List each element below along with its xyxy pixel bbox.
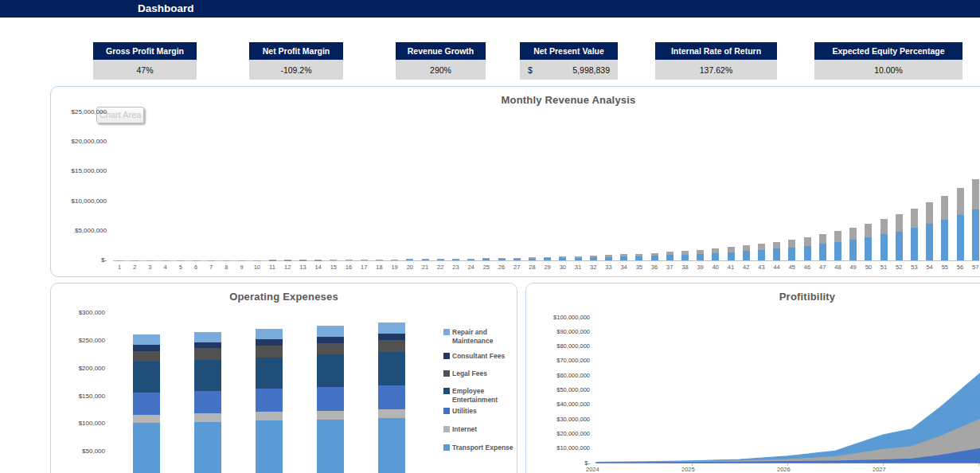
y-axis-label: $250,000 bbox=[51, 337, 105, 344]
x-axis-label: 21 bbox=[419, 264, 431, 271]
monthly-revenue-chart-panel[interactable]: Monthly Revenue Analysis Chart Area $-$5… bbox=[50, 86, 980, 277]
x-axis-label: 38 bbox=[678, 264, 691, 271]
bar-segment-revenue-stream-blue bbox=[422, 260, 429, 260]
y-axis-label: $20,000,000 bbox=[51, 138, 107, 145]
x-axis-label: 2024 bbox=[586, 466, 599, 473]
bar-segment-revenue-stream-blue bbox=[972, 209, 979, 260]
bar-segment-revenue-stream-blue bbox=[376, 260, 383, 260]
bar-segment-employee-entertainment bbox=[256, 358, 283, 389]
x-axis-label: 25 bbox=[480, 264, 493, 271]
bar-segment-revenue-stream-gray bbox=[284, 260, 291, 260]
bar-segment-revenue-stream-gray bbox=[193, 260, 200, 261]
bar-segment-internet bbox=[194, 413, 221, 422]
kpi-label: Net Profit Margin bbox=[249, 42, 343, 60]
bar-segment-utilities bbox=[194, 391, 221, 413]
bar-segment-revenue-stream-gray bbox=[361, 260, 368, 260]
kpi-label: Gross Profit Margin bbox=[93, 42, 197, 60]
bar-segment-revenue-stream-blue bbox=[482, 259, 490, 260]
bar-segment-revenue-stream-gray bbox=[896, 214, 903, 231]
legend-label: Repair and Maintenance bbox=[452, 328, 517, 346]
bar-segment-transport-expense bbox=[378, 418, 405, 473]
x-axis-label: 47 bbox=[816, 264, 829, 271]
x-axis-label: 8 bbox=[220, 264, 232, 271]
kpi-card-revenue-growth[interactable]: Revenue Growth 290% bbox=[396, 42, 486, 80]
kpi-card-net-profit-margin[interactable]: Net Profit Margin -109.2% bbox=[249, 42, 343, 80]
profitability-chart-panel[interactable]: Profitibility $-$10,000,000$20,000,000$3… bbox=[525, 283, 980, 473]
bar-segment-legal-fees bbox=[194, 348, 221, 359]
x-axis-label: 10 bbox=[251, 264, 264, 271]
bar-segment-revenue-stream-gray bbox=[651, 253, 658, 256]
bar-segment-revenue-stream-blue bbox=[590, 257, 597, 260]
x-axis-label: 5 bbox=[174, 264, 187, 271]
bar-segment-revenue-stream-blue bbox=[575, 258, 582, 260]
x-axis-label: 35 bbox=[633, 264, 646, 271]
kpi-card-expected-equity-percentage[interactable]: Expected Equity Percentage 10.00% bbox=[814, 42, 962, 80]
x-axis-label: 2025 bbox=[681, 466, 694, 473]
x-axis-label: 30 bbox=[556, 264, 569, 271]
bar-segment-revenue-stream-gray bbox=[314, 260, 322, 260]
kpi-value: 10.00% bbox=[814, 60, 962, 80]
y-axis-label: $70,000,000 bbox=[526, 357, 590, 364]
bar-segment-revenue-stream-blue bbox=[391, 260, 398, 260]
bar-segment-transport-expense bbox=[194, 422, 221, 473]
x-axis-label: 6 bbox=[189, 264, 202, 271]
x-axis-label: 9 bbox=[236, 264, 248, 271]
bar-segment-consultant-fees bbox=[378, 334, 405, 340]
legend-label: Employee Entertainment bbox=[452, 387, 517, 405]
bar-segment-revenue-stream-gray bbox=[620, 254, 627, 256]
x-axis-label: 22 bbox=[434, 264, 447, 271]
bar-segment-utilities bbox=[256, 389, 283, 412]
y-axis-label: $50,000 bbox=[51, 448, 105, 455]
bar-segment-transport-expense bbox=[133, 423, 160, 473]
x-axis-label: 39 bbox=[694, 264, 707, 271]
bar-segment-revenue-stream-gray bbox=[544, 257, 551, 259]
x-axis-label: 1 bbox=[113, 264, 126, 271]
legend-label: Consultant Fees bbox=[452, 352, 517, 361]
x-axis-label: 16 bbox=[342, 264, 355, 271]
y-axis-label: $- bbox=[526, 459, 590, 467]
bar-segment-revenue-stream-gray bbox=[376, 260, 383, 260]
x-axis-label: 15 bbox=[327, 264, 340, 271]
kpi-label: Expected Equity Percentage bbox=[814, 42, 962, 60]
legend-swatch bbox=[443, 444, 450, 451]
bar-segment-revenue-stream-gray bbox=[590, 256, 597, 257]
bar-segment-revenue-stream-gray bbox=[605, 255, 612, 256]
x-axis-label: 28 bbox=[525, 264, 538, 271]
bar-segment-internet bbox=[256, 412, 283, 420]
bar-segment-revenue-stream-gray bbox=[635, 254, 642, 256]
bar-segment-revenue-stream-blue bbox=[697, 254, 704, 260]
x-axis-label: 46 bbox=[801, 264, 814, 271]
legend-label: Internet bbox=[452, 425, 517, 434]
x-axis-label: 17 bbox=[357, 264, 370, 271]
y-axis-label: $- bbox=[51, 256, 107, 264]
bar-segment-revenue-stream-gray bbox=[162, 260, 169, 261]
x-axis-label: 43 bbox=[755, 264, 767, 271]
bar-segment-revenue-stream-blue bbox=[804, 246, 811, 260]
x-axis-label: 14 bbox=[312, 264, 325, 271]
x-axis-label: 12 bbox=[281, 264, 294, 271]
bar-segment-revenue-stream-gray bbox=[330, 260, 337, 260]
x-axis-label: 2027 bbox=[873, 466, 885, 473]
y-axis-label: $100,000 bbox=[51, 420, 105, 427]
kpi-card-gross-profit-margin[interactable]: Gross Profit Margin 47% bbox=[93, 42, 197, 80]
kpi-card-net-present-value[interactable]: Net Present Value $ 5,998,839 bbox=[520, 42, 618, 80]
bar-segment-revenue-stream-gray bbox=[788, 240, 795, 248]
y-axis-label: $40,000,000 bbox=[526, 401, 590, 408]
bar-segment-repair-and-maintenance bbox=[194, 332, 221, 342]
bar-segment-revenue-stream-gray bbox=[972, 179, 979, 209]
currency-symbol: $ bbox=[528, 65, 533, 75]
bar-segment-consultant-fees bbox=[133, 345, 160, 351]
y-axis-label: $20,000,000 bbox=[526, 430, 590, 437]
bar-segment-revenue-stream-blue bbox=[620, 256, 627, 260]
x-axis-label: 57 bbox=[969, 264, 980, 271]
x-axis-label: 54 bbox=[923, 264, 936, 271]
bar-segment-revenue-stream-gray bbox=[422, 259, 429, 260]
dashboard-page: Dashboard Gross Profit Margin 47% Net Pr… bbox=[0, 0, 980, 473]
bar-segment-revenue-stream-blue bbox=[529, 259, 536, 260]
bar-segment-revenue-stream-blue bbox=[911, 228, 918, 260]
bar-segment-revenue-stream-blue bbox=[651, 256, 658, 260]
operating-expenses-chart-panel[interactable]: Operating Expeneses $50,000$100,000$150,… bbox=[50, 283, 517, 473]
bar-segment-consultant-fees bbox=[317, 337, 344, 343]
profitability-area-svg bbox=[596, 283, 980, 467]
kpi-card-internal-rate-of-return[interactable]: Internal Rate of Return 137.62% bbox=[655, 42, 777, 80]
